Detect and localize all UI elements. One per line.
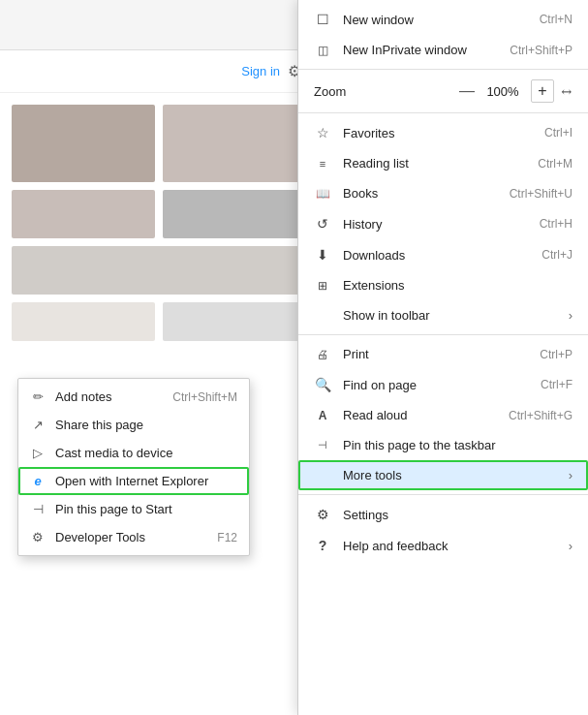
show-toolbar-arrow: › bbox=[569, 308, 573, 323]
history-shortcut: Ctrl+H bbox=[540, 217, 573, 231]
menu-print-label: Print bbox=[343, 347, 369, 361]
menu-reading-list[interactable]: ≡ Reading list Ctrl+M bbox=[298, 148, 588, 178]
help-arrow: › bbox=[569, 539, 573, 553]
page-body bbox=[0, 93, 317, 353]
menu-downloads[interactable]: ⬇ Downloads Ctrl+J bbox=[298, 239, 588, 270]
open-ie-icon: e bbox=[30, 474, 46, 488]
menu-history[interactable]: ↺ History Ctrl+H bbox=[298, 208, 588, 239]
menu-new-inprivate[interactable]: ◫ New InPrivate window Ctrl+Shift+P bbox=[298, 35, 588, 65]
context-cast-media[interactable]: ▷ Cast media to device bbox=[18, 439, 249, 467]
menu-books-label: Books bbox=[343, 186, 378, 201]
books-shortcut: Ctrl+Shift+U bbox=[510, 187, 573, 201]
browser-background: ⊡ ☆ ✦ 🖊 ↗ ··· Sign in ⚙ ✏ Add notes Ctrl bbox=[0, 0, 588, 715]
new-inprivate-icon: ◫ bbox=[314, 44, 331, 57]
find-shortcut: Ctrl+F bbox=[541, 378, 573, 391]
print-menu-icon: 🖨 bbox=[314, 348, 331, 361]
read-aloud-icon: A bbox=[314, 409, 331, 422]
content-block-1 bbox=[12, 105, 155, 182]
print-shortcut: Ctrl+P bbox=[540, 348, 573, 361]
read-aloud-shortcut: Ctrl+Shift+G bbox=[509, 409, 573, 422]
menu-find[interactable]: 🔍 Find on page Ctrl+F bbox=[298, 369, 588, 400]
context-share-page[interactable]: ↗ Share this page bbox=[18, 411, 249, 439]
zoom-value: 100% bbox=[482, 84, 523, 99]
context-pin-start[interactable]: ⊣ Pin this page to Start bbox=[18, 495, 249, 523]
new-inprivate-shortcut: Ctrl+Shift+P bbox=[510, 44, 573, 57]
divider-2 bbox=[298, 112, 588, 113]
zoom-minus: — bbox=[459, 82, 475, 100]
zoom-row: Zoom — 100% + ⤢ bbox=[298, 74, 588, 109]
content-block-3 bbox=[12, 190, 155, 238]
menu-help-label: Help and feedback bbox=[343, 539, 448, 553]
divider-1 bbox=[298, 69, 588, 70]
help-menu-icon: ? bbox=[314, 538, 331, 553]
books-menu-icon: 📖 bbox=[314, 187, 331, 201]
context-add-notes-label: Add notes bbox=[55, 389, 112, 404]
add-notes-shortcut: Ctrl+Shift+M bbox=[172, 390, 237, 404]
content-block-2 bbox=[163, 105, 306, 182]
context-share-page-label: Share this page bbox=[55, 418, 143, 432]
content-block-4 bbox=[163, 190, 306, 238]
context-open-ie[interactable]: e Open with Internet Explorer bbox=[18, 467, 249, 495]
menu-downloads-label: Downloads bbox=[343, 248, 405, 263]
extensions-menu-icon: ⊞ bbox=[314, 279, 331, 293]
more-tools-arrow: › bbox=[569, 468, 573, 482]
developer-tools-shortcut: F12 bbox=[217, 531, 237, 544]
menu-print[interactable]: 🖨 Print Ctrl+P bbox=[298, 339, 588, 369]
reading-list-shortcut: Ctrl+M bbox=[538, 157, 573, 171]
context-menu: ✏ Add notes Ctrl+Shift+M ↗ Share this pa… bbox=[17, 378, 250, 556]
context-open-ie-label: Open with Internet Explorer bbox=[55, 474, 208, 488]
menu-favorites[interactable]: ☆ Favorites Ctrl+I bbox=[298, 117, 588, 148]
menu-favorites-label: Favorites bbox=[343, 126, 394, 140]
edge-menu: ☐ New window Ctrl+N ◫ New InPrivate wind… bbox=[297, 0, 588, 715]
pin-taskbar-icon: ⊣ bbox=[314, 439, 331, 451]
menu-reading-list-label: Reading list bbox=[343, 156, 409, 171]
menu-more-tools-label: More tools bbox=[343, 468, 402, 482]
menu-history-label: History bbox=[343, 217, 382, 232]
menu-read-aloud[interactable]: A Read aloud Ctrl+Shift+G bbox=[298, 400, 588, 430]
menu-new-inprivate-label: New InPrivate window bbox=[343, 43, 467, 57]
menu-extensions-label: Extensions bbox=[343, 278, 405, 293]
menu-extensions[interactable]: ⊞ Extensions bbox=[298, 270, 588, 300]
context-developer-tools-label: Developer Tools bbox=[55, 530, 145, 544]
downloads-menu-icon: ⬇ bbox=[314, 247, 331, 263]
zoom-expand-icon[interactable]: ⤢ bbox=[558, 82, 575, 100]
content-block-wide bbox=[12, 246, 305, 295]
divider-4 bbox=[298, 494, 588, 495]
favorites-shortcut: Ctrl+I bbox=[544, 126, 573, 140]
downloads-shortcut: Ctrl+J bbox=[542, 248, 573, 262]
menu-more-tools[interactable]: More tools › bbox=[298, 460, 588, 490]
menu-help[interactable]: ? Help and feedback › bbox=[298, 530, 588, 561]
favorites-menu-icon: ☆ bbox=[314, 125, 331, 140]
menu-settings[interactable]: ⚙ Settings bbox=[298, 499, 588, 530]
menu-settings-label: Settings bbox=[343, 508, 388, 522]
menu-find-label: Find on page bbox=[343, 378, 417, 392]
share-page-icon: ↗ bbox=[30, 418, 46, 432]
sign-in-link[interactable]: Sign in bbox=[241, 64, 280, 78]
menu-show-toolbar-label: Show in toolbar bbox=[343, 308, 430, 323]
new-window-icon: ☐ bbox=[314, 12, 331, 27]
context-pin-start-label: Pin this page to Start bbox=[55, 502, 172, 516]
menu-new-window[interactable]: ☐ New window Ctrl+N bbox=[298, 4, 588, 35]
new-window-shortcut: Ctrl+N bbox=[540, 13, 573, 26]
menu-pin-taskbar[interactable]: ⊣ Pin this page to the taskbar bbox=[298, 430, 588, 460]
content-block-6 bbox=[163, 302, 306, 341]
zoom-controls: — 100% + ⤢ bbox=[459, 79, 573, 103]
context-cast-media-label: Cast media to device bbox=[55, 446, 172, 460]
cast-media-icon: ▷ bbox=[30, 446, 46, 460]
add-notes-icon: ✏ bbox=[30, 389, 46, 404]
menu-pin-taskbar-label: Pin this page to the taskbar bbox=[343, 438, 496, 452]
developer-tools-icon: ⚙ bbox=[30, 530, 46, 544]
zoom-plus-button[interactable]: + bbox=[531, 79, 554, 103]
menu-show-toolbar[interactable]: Show in toolbar › bbox=[298, 300, 588, 330]
pin-start-icon: ⊣ bbox=[30, 502, 46, 516]
content-block-5 bbox=[12, 302, 155, 341]
context-developer-tools[interactable]: ⚙ Developer Tools F12 bbox=[18, 523, 249, 551]
menu-books[interactable]: 📖 Books Ctrl+Shift+U bbox=[298, 178, 588, 208]
zoom-label: Zoom bbox=[314, 84, 353, 99]
find-menu-icon: 🔍 bbox=[314, 377, 331, 392]
menu-new-window-label: New window bbox=[343, 13, 414, 27]
context-add-notes[interactable]: ✏ Add notes Ctrl+Shift+M bbox=[18, 383, 249, 411]
reading-list-menu-icon: ≡ bbox=[314, 158, 331, 170]
history-menu-icon: ↺ bbox=[314, 216, 331, 232]
settings-menu-icon: ⚙ bbox=[314, 507, 331, 522]
